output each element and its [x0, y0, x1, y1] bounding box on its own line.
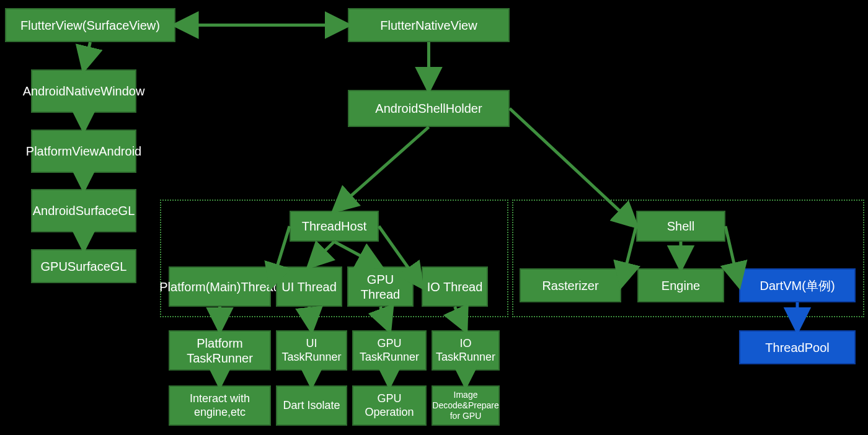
node-shell: Shell	[636, 211, 725, 242]
node-gpu-thread: GPU Thread	[347, 266, 414, 307]
node-image-decode: Image Decode&Prepare for GPU	[432, 385, 500, 426]
edge-androidShellHolder-to-threadHost	[334, 127, 429, 211]
node-ui-thread: UI Thread	[276, 266, 342, 307]
node-gpu-operation: GPU Operation	[352, 385, 427, 426]
node-thread-pool: ThreadPool	[739, 330, 856, 364]
diagram-stage: FlutterView(SurfaceView) AndroidNativeWi…	[0, 0, 868, 435]
node-android-surface-gl: AndroidSurfaceGL	[31, 189, 136, 232]
node-dart-vm: DartVM(单例)	[739, 268, 856, 302]
edge-flutterView-to-androidNativeWindow	[84, 42, 91, 69]
node-engine: Engine	[637, 268, 724, 302]
node-platform-view-android: PlatformViewAndroid	[31, 130, 136, 173]
node-ui-task-runner: UI TaskRunner	[276, 330, 347, 371]
node-thread-host: ThreadHost	[290, 211, 379, 242]
node-gpu-surface-gl: GPUSurfaceGL	[31, 249, 136, 283]
node-interact-engine: Interact with engine,etc	[169, 385, 271, 426]
node-platform-task-runner: Platform TaskRunner	[169, 330, 271, 371]
node-io-task-runner: IO TaskRunner	[432, 330, 500, 371]
node-android-shell-holder: AndroidShellHolder	[348, 90, 510, 127]
node-android-native-window: AndroidNativeWindow	[31, 69, 136, 113]
node-gpu-task-runner: GPU TaskRunner	[352, 330, 427, 371]
node-platform-main-thread: Platform(Main)Thread	[169, 266, 271, 307]
node-rasterizer: Rasterizer	[520, 268, 621, 302]
node-flutter-view: FlutterView(SurfaceView)	[5, 8, 175, 42]
node-io-thread: IO Thread	[422, 266, 488, 307]
node-dart-isolate: Dart Isolate	[276, 385, 347, 426]
node-flutter-native-view: FlutterNativeView	[348, 8, 510, 42]
